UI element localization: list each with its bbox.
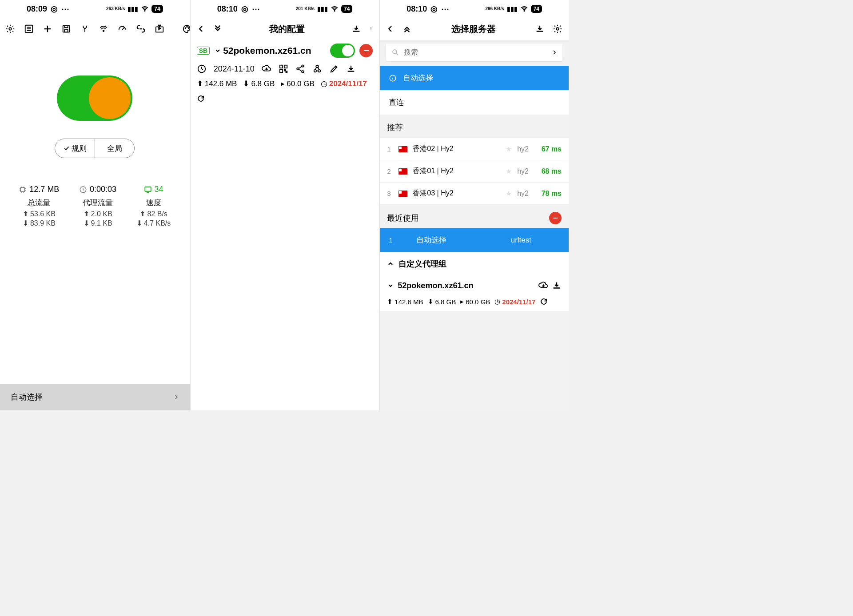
status-time: 08:09 xyxy=(27,4,47,14)
recent-header: 最近使用 − xyxy=(380,205,569,228)
proxy-label: 代理流量 xyxy=(79,198,116,208)
total-label: 总流量 xyxy=(19,198,59,208)
speed-down: 4.7 KB/s xyxy=(144,219,171,227)
svg-rect-11 xyxy=(145,187,151,191)
status-bar: 08:10 ◎ ⋯ 201 KB/s ▮▮▮ 74 xyxy=(191,0,379,18)
search-field[interactable] xyxy=(404,48,547,56)
webhook-icon[interactable] xyxy=(312,64,322,74)
svg-point-13 xyxy=(371,28,372,28)
collapse-up-icon[interactable] xyxy=(402,24,412,34)
custom-group-expand[interactable]: 自定义代理组 xyxy=(380,252,569,275)
recent-proto: urltest xyxy=(511,236,531,245)
direct-row[interactable]: 直连 xyxy=(380,90,569,115)
server-index: 2 xyxy=(387,167,393,175)
status-bar: 08:09 ◎ ⋯ 263 KB/s ▮▮▮ 74 xyxy=(0,0,190,18)
download-icon[interactable] xyxy=(552,281,562,290)
bottom-label: 自动选择 xyxy=(11,392,43,402)
stats-row: 12.7 MB 总流量 ⬆53.6 KB ⬇83.9 KB 0:00:03 代理… xyxy=(0,185,190,227)
total-down: 83.9 KB xyxy=(30,219,56,227)
date-value: 2024-11-10 xyxy=(214,64,255,74)
server-index: 1 xyxy=(387,145,393,153)
download-icon[interactable] xyxy=(535,24,545,34)
download-icon[interactable] xyxy=(351,24,361,34)
server-row[interactable]: 1香港02 | Hy2★hy267 ms xyxy=(380,138,569,160)
chip-icon xyxy=(19,186,27,194)
server-proto: hy2 xyxy=(517,145,529,153)
back-icon[interactable] xyxy=(197,24,205,34)
proxy-up: 2.0 KB xyxy=(91,210,112,218)
signal-icon: ▮▮▮ xyxy=(128,5,138,12)
speed-label: 速度 xyxy=(136,198,171,208)
search-input[interactable] xyxy=(386,44,562,61)
auto-select-row[interactable]: 自动选择 xyxy=(380,66,569,90)
mode-global[interactable]: 全局 xyxy=(95,139,135,158)
speed-icon[interactable] xyxy=(117,23,127,35)
chevron-right-icon[interactable] xyxy=(552,49,557,56)
duration-value: 0:00:03 xyxy=(90,185,116,194)
svg-rect-9 xyxy=(21,187,25,191)
settings-icon[interactable] xyxy=(5,23,15,35)
title-bar: 选择服务器 xyxy=(380,18,569,40)
star-icon[interactable]: ★ xyxy=(506,189,512,198)
cloud-download-icon[interactable] xyxy=(262,64,271,74)
refresh-icon[interactable] xyxy=(197,95,205,103)
delete-button[interactable]: − xyxy=(359,44,373,57)
list-icon[interactable] xyxy=(24,23,34,35)
title-bar: 我的配置 xyxy=(191,18,379,40)
tv-icon[interactable] xyxy=(155,23,164,35)
profile-toggle[interactable] xyxy=(330,44,355,58)
connection-toggle[interactable] xyxy=(57,76,132,121)
provider-up: 142.6 MB xyxy=(395,298,423,306)
save-icon[interactable] xyxy=(61,23,71,35)
link-icon[interactable] xyxy=(136,23,146,35)
server-row[interactable]: 3香港03 | Hy2★hy278 ms xyxy=(380,183,569,205)
collapse-all-icon[interactable] xyxy=(213,24,223,34)
wifi-icon xyxy=(520,5,528,13)
connections-value: 34 xyxy=(155,185,163,194)
server-row[interactable]: 2香港01 | Hy2★hy268 ms xyxy=(380,160,569,183)
page-title: 选择服务器 xyxy=(412,23,535,35)
star-icon[interactable]: ★ xyxy=(506,167,512,175)
provider-stats: ⬆142.6 MB ⬇6.8 GB ▸60.0 GB ◷2024/11/17 xyxy=(380,296,569,311)
wifi2-icon[interactable] xyxy=(99,23,108,35)
chevron-right-icon xyxy=(174,393,179,401)
svg-point-7 xyxy=(187,27,187,28)
flag-icon xyxy=(399,168,407,175)
edit-icon[interactable] xyxy=(329,64,339,74)
star-icon[interactable]: ★ xyxy=(506,145,512,153)
server-proto: hy2 xyxy=(517,190,529,198)
palette-icon[interactable] xyxy=(182,23,190,35)
memory-value: 12.7 MB xyxy=(29,185,59,194)
download2-icon[interactable] xyxy=(346,64,356,74)
svg-point-4 xyxy=(103,30,104,32)
back-icon[interactable] xyxy=(386,24,394,34)
refresh-icon[interactable] xyxy=(540,298,548,306)
total-up: 53.6 KB xyxy=(30,210,56,218)
vibrate-icon: ◎ xyxy=(430,4,438,14)
menu-icon[interactable] xyxy=(369,24,373,34)
singbox-badge: SB xyxy=(197,47,210,55)
share-icon[interactable] xyxy=(295,64,305,74)
wifi-icon xyxy=(141,5,149,13)
clear-recent-button[interactable]: − xyxy=(549,212,562,224)
svg-point-6 xyxy=(185,28,186,28)
qr-icon[interactable] xyxy=(279,64,288,74)
server-latency: 67 ms xyxy=(538,145,562,153)
svg-rect-17 xyxy=(280,65,283,68)
speed-up: 82 B/s xyxy=(147,210,167,218)
svg-rect-19 xyxy=(280,70,283,72)
settings-icon[interactable] xyxy=(553,24,562,34)
add-icon[interactable] xyxy=(43,23,52,35)
net-speed: 201 KB/s xyxy=(296,7,315,11)
bottom-selector[interactable]: 自动选择 xyxy=(0,384,190,410)
mode-segmented: 规则 全局 xyxy=(55,139,135,158)
recent-row[interactable]: 1 自动选择 urltest xyxy=(380,228,569,252)
svg-point-8 xyxy=(188,28,189,28)
svg-point-14 xyxy=(371,28,372,29)
fork-icon[interactable] xyxy=(80,23,90,35)
mode-rules[interactable]: 规则 xyxy=(55,139,95,158)
provider-expand[interactable]: 52pokemon.xz61.cn xyxy=(380,275,569,296)
profile-name-expand[interactable]: 52pokemon.xz61.cn xyxy=(214,45,326,56)
cloud-download-icon[interactable] xyxy=(538,281,548,290)
wifi-icon xyxy=(331,5,339,13)
